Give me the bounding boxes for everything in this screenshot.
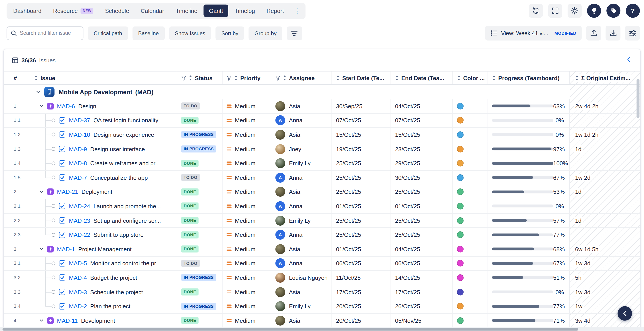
collapse-gantt-button[interactable] bbox=[618, 306, 632, 321]
issue-key-link[interactable]: MAD-9 bbox=[69, 146, 87, 152]
panel-collapse-button[interactable] bbox=[625, 56, 632, 65]
issue-row[interactable]: 2MAD-21DeploymentDONEMediumAsia25/Oct/25… bbox=[4, 185, 640, 199]
issue-key-link[interactable]: MAD-10 bbox=[69, 131, 90, 138]
nav-tab-dashboard[interactable]: Dashboard bbox=[8, 5, 47, 17]
color-dot[interactable] bbox=[457, 246, 464, 252]
filter-icon[interactable] bbox=[275, 76, 280, 80]
color-dot[interactable] bbox=[457, 203, 464, 210]
issue-key-link[interactable]: MAD-22 bbox=[69, 231, 90, 238]
view-selector-button[interactable]: View: Week 41 vi... MODIFIED bbox=[485, 26, 582, 41]
expand-chevron-icon[interactable] bbox=[39, 247, 44, 251]
color-dot[interactable] bbox=[457, 189, 464, 195]
issue-key-link[interactable]: MAD-5 bbox=[69, 260, 87, 267]
search-input[interactable] bbox=[20, 30, 79, 36]
sort-icon[interactable] bbox=[189, 75, 192, 81]
sort-icon[interactable] bbox=[34, 75, 38, 81]
sort-icon[interactable] bbox=[283, 75, 286, 81]
sort-icon[interactable] bbox=[336, 75, 340, 81]
sync-button[interactable] bbox=[529, 4, 543, 18]
vertical-scrollbar[interactable] bbox=[636, 72, 640, 325]
nav-tab-more[interactable]: ⋮ bbox=[290, 4, 304, 18]
issue-row[interactable]: 2.1MAD-24Launch and promote the...DONEMe… bbox=[4, 199, 640, 213]
fullscreen-button[interactable] bbox=[548, 4, 562, 18]
issue-key-link[interactable]: MAD-23 bbox=[69, 217, 90, 224]
lightbulb-button[interactable] bbox=[587, 4, 601, 18]
color-dot[interactable] bbox=[457, 146, 464, 152]
filter-icon[interactable] bbox=[226, 76, 232, 80]
issue-key-link[interactable]: MAD-37 bbox=[69, 117, 90, 124]
color-dot[interactable] bbox=[457, 260, 464, 267]
filter-icon[interactable] bbox=[181, 76, 186, 80]
upload-button[interactable] bbox=[586, 26, 601, 41]
issue-row[interactable]: 3.1MAD-5Monitor and control the pr...TO … bbox=[4, 256, 640, 271]
color-dot[interactable] bbox=[457, 117, 464, 124]
issue-key-link[interactable]: MAD-21 bbox=[57, 189, 78, 195]
baseline-button[interactable]: Baseline bbox=[132, 26, 164, 40]
sliders-button[interactable] bbox=[625, 26, 640, 41]
color-dot[interactable] bbox=[457, 317, 464, 324]
sort-icon[interactable] bbox=[575, 75, 579, 81]
issue-key-link[interactable]: MAD-6 bbox=[57, 103, 75, 110]
color-dot[interactable] bbox=[457, 289, 464, 295]
issue-row[interactable]: 2.3MAD-22Submit to app storeDONEMediumAA… bbox=[4, 228, 640, 242]
group-by-button[interactable]: Group by bbox=[249, 26, 282, 40]
horizontal-scrollbar-thumb[interactable] bbox=[2, 328, 578, 330]
issue-row[interactable]: 1.1MAD-37QA test login functionalityDONE… bbox=[4, 113, 640, 128]
color-dot[interactable] bbox=[457, 231, 464, 238]
expand-chevron-icon[interactable] bbox=[39, 190, 44, 194]
issue-row[interactable]: 1.4MAD-8Create wireframes and pr...DONEM… bbox=[4, 156, 640, 171]
expand-chevron-icon[interactable] bbox=[39, 104, 44, 108]
color-dot[interactable] bbox=[457, 303, 464, 310]
expand-chevron-icon[interactable] bbox=[39, 318, 44, 323]
download-button[interactable] bbox=[606, 26, 620, 41]
issue-row[interactable]: 3.4MAD-2Plan the projectIN PROGRESSMediu… bbox=[4, 299, 640, 314]
issue-row[interactable]: 1MAD-6DesignTO DOMediumAsia30/Sep/2504/O… bbox=[4, 99, 640, 113]
issue-row[interactable]: 1.2MAD-10Design user experienceIN PROGRE… bbox=[4, 128, 640, 142]
horizontal-scrollbar[interactable] bbox=[0, 327, 644, 331]
issues-grid: #IssueStatusPriorityAssigneeStart Date (… bbox=[4, 71, 640, 331]
issue-key-link[interactable]: MAD-2 bbox=[69, 303, 87, 310]
issue-key-link[interactable]: MAD-8 bbox=[69, 160, 87, 167]
issue-row[interactable]: 3.2MAD-4Budget the projectIN PROGRESSMed… bbox=[4, 271, 640, 285]
color-dot[interactable] bbox=[457, 160, 464, 167]
nav-tab-schedule[interactable]: Schedule bbox=[100, 5, 135, 17]
tag-button[interactable] bbox=[606, 4, 620, 18]
issue-key-link[interactable]: MAD-1 bbox=[57, 246, 75, 252]
sort-icon[interactable] bbox=[492, 75, 496, 81]
color-dot[interactable] bbox=[457, 103, 464, 110]
show-issues-button[interactable]: Show Issues bbox=[169, 26, 211, 40]
nav-tab-report[interactable]: Report bbox=[261, 5, 289, 17]
issue-key-link[interactable]: MAD-11 bbox=[57, 317, 78, 324]
nav-tab-timeline[interactable]: Timeline bbox=[170, 5, 203, 17]
issue-key-link[interactable]: MAD-24 bbox=[69, 203, 90, 210]
color-dot[interactable] bbox=[457, 131, 464, 138]
vertical-scrollbar-thumb[interactable] bbox=[637, 79, 640, 118]
issue-row[interactable]: 1.3MAD-9Design user interfaceIN PROGRESS… bbox=[4, 142, 640, 156]
issue-row[interactable]: 2.2MAD-23Set up and configure ser...DONE… bbox=[4, 214, 640, 228]
issue-row[interactable]: 1.5MAD-7Conceptualize the appTO DOMedium… bbox=[4, 171, 640, 185]
nav-tab-gantt[interactable]: Gantt bbox=[204, 5, 228, 17]
issue-key-link[interactable]: MAD-3 bbox=[69, 289, 87, 295]
issue-key-link[interactable]: MAD-7 bbox=[69, 174, 87, 181]
issue-row[interactable]: 4MAD-11DevelopmentDONEMediumAsia20/Oct/2… bbox=[4, 314, 640, 328]
sort-icon[interactable] bbox=[395, 75, 399, 81]
critical-path-button[interactable]: Critical path bbox=[88, 26, 128, 40]
color-dot[interactable] bbox=[457, 174, 464, 181]
gear-button[interactable] bbox=[568, 4, 582, 18]
sort-icon[interactable] bbox=[234, 75, 238, 81]
issue-key-link[interactable]: MAD-4 bbox=[69, 274, 87, 281]
project-group-row[interactable]: Mobile App Development (MAD) bbox=[4, 85, 640, 99]
color-dot[interactable] bbox=[457, 274, 464, 281]
nav-tab-resource[interactable]: ResourceNEW bbox=[48, 5, 99, 17]
nav-tab-calendar[interactable]: Calendar bbox=[135, 5, 170, 17]
group-collapse-chevron-icon[interactable] bbox=[36, 90, 40, 94]
color-dot[interactable] bbox=[457, 217, 464, 224]
nav-tab-timelog[interactable]: Timelog bbox=[229, 5, 260, 17]
issue-row[interactable]: 3.3MAD-3Schedule the projectDONEMediumAs… bbox=[4, 285, 640, 299]
sort-by-button[interactable]: Sort by bbox=[216, 26, 244, 40]
sort-icon[interactable] bbox=[457, 75, 461, 81]
filter-button[interactable] bbox=[287, 26, 302, 40]
issue-row[interactable]: 3MAD-1Project ManagementDONEMediumAsia01… bbox=[4, 242, 640, 256]
search-box[interactable] bbox=[7, 26, 84, 40]
help-button[interactable]: ? bbox=[626, 4, 640, 18]
